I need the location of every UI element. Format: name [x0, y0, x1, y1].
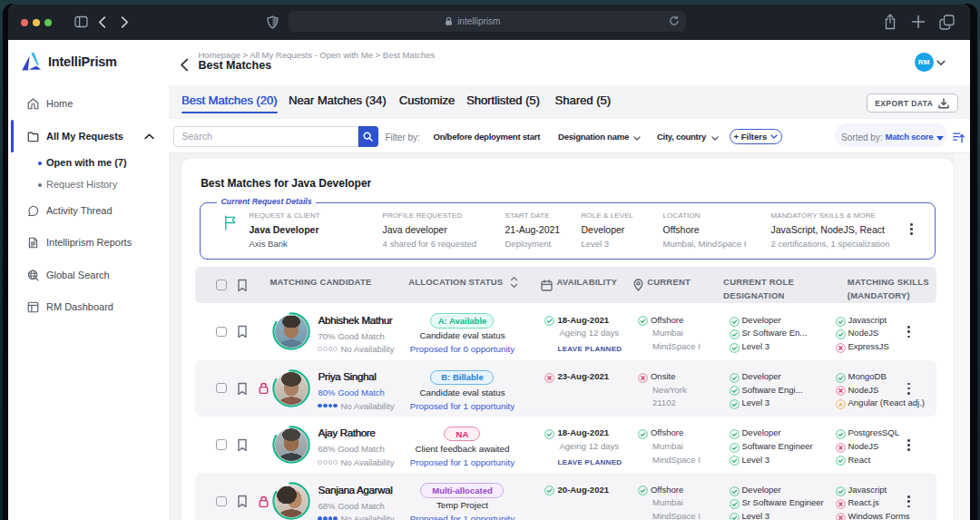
svg-text:A: A	[839, 402, 844, 407]
